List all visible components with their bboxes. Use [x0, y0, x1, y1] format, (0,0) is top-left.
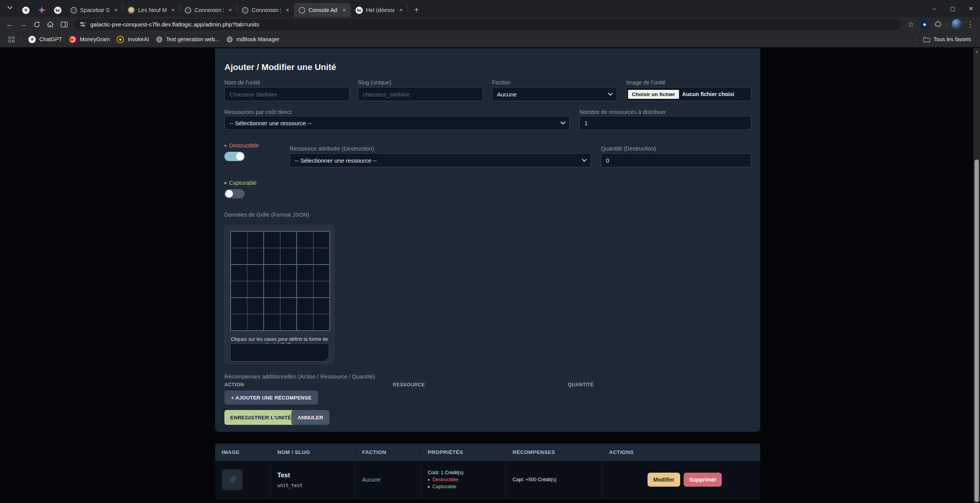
grid-cell[interactable] — [231, 232, 247, 248]
grid-cell[interactable] — [264, 298, 280, 314]
unit-name-input[interactable] — [224, 87, 350, 101]
bookmark-mdbook-manager[interactable]: mdBook Manager — [223, 36, 283, 43]
close-icon[interactable]: ✕ — [397, 7, 404, 14]
bookmark-invokeai[interactable]: InvokeAI — [113, 36, 152, 43]
reload-button[interactable] — [30, 18, 43, 30]
apps-grid-icon[interactable] — [9, 37, 14, 42]
edit-unit-button[interactable]: Modifier — [648, 473, 680, 487]
grid-cell[interactable] — [280, 265, 296, 281]
profile-button[interactable] — [950, 18, 963, 30]
url-text[interactable]: galactic-pve-conquest-c7fe.dev.flatlogic… — [90, 21, 259, 28]
choose-file-button[interactable]: Choisir un fichier — [628, 90, 679, 99]
tab-hel-wikipedia[interactable]: W Hel (déesse) — Wikipédia ✕ — [351, 3, 408, 17]
cost-resource-select[interactable]: -- Sélectionner une ressource -- — [224, 116, 570, 130]
pinned-tab-chatgpt[interactable]: ✳ — [18, 3, 34, 17]
close-icon[interactable]: ✕ — [341, 7, 348, 14]
new-tab-button[interactable]: + — [411, 4, 422, 16]
tab-title: Hel (déesse) — Wikipédia — [366, 7, 394, 13]
grid-cell[interactable] — [297, 314, 313, 330]
slug-input[interactable] — [358, 87, 483, 101]
bookmark-moneygram[interactable]: MoneyGram — [65, 36, 113, 43]
side-panel-button[interactable] — [58, 18, 70, 30]
grid-cell[interactable] — [231, 248, 247, 264]
grid-cell[interactable] — [231, 314, 247, 330]
destructible-toggle[interactable] — [224, 152, 245, 161]
scrollbar-thumb[interactable] — [975, 159, 979, 502]
tab-search-button[interactable] — [4, 2, 16, 13]
grid-cell[interactable] — [313, 298, 329, 314]
tab-spacebar-server[interactable]: Spacebar Server ✕ — [66, 3, 122, 17]
invokeai-icon — [117, 36, 124, 43]
grid-cell[interactable] — [247, 248, 263, 264]
capturable-toggle[interactable] — [224, 189, 245, 198]
resource-count-label: Nombre de ressources à distribuer — [579, 109, 666, 115]
grid-cell[interactable] — [313, 248, 329, 264]
grid-cell[interactable] — [280, 248, 296, 264]
cancel-button[interactable]: ANNULER — [291, 410, 329, 425]
grid-cell[interactable] — [297, 265, 313, 281]
destruction-qty-input[interactable] — [601, 153, 751, 167]
grid-cell[interactable] — [247, 314, 263, 330]
add-reward-button[interactable]: + AJOUTER UNE RÉCOMPENSE — [224, 391, 318, 405]
grid-cell[interactable] — [280, 298, 296, 314]
tab-connexion-corvara-1[interactable]: Connexion | Corvara ✕ — [180, 3, 237, 17]
extension-shortcut-button[interactable]: ◆ — [918, 18, 931, 30]
delete-unit-button[interactable]: Supprimer — [684, 473, 722, 487]
grid-data-label: Données de Grille (Format JSON) — [224, 212, 309, 218]
grid-json-textarea[interactable] — [230, 344, 329, 361]
destruction-resource-select[interactable]: -- Sélectionner une ressource -- — [290, 153, 591, 167]
grid-cell[interactable] — [231, 265, 247, 281]
minimize-button[interactable]: – — [925, 0, 943, 17]
maximize-button[interactable]: ▢ — [943, 0, 962, 17]
bullet-icon — [428, 486, 430, 488]
resource-count-input[interactable] — [579, 116, 751, 130]
tab-console-admin-nexus-active[interactable]: Console Admin - Nexus ✕ — [294, 3, 351, 17]
address-bar[interactable]: galactic-pve-conquest-c7fe.dev.flatlogic… — [74, 19, 901, 30]
grid-cell[interactable] — [247, 298, 263, 314]
grid-cell[interactable] — [280, 314, 296, 330]
grid-cell[interactable] — [297, 281, 313, 297]
grid-cell[interactable] — [313, 232, 329, 248]
grid-cell[interactable] — [231, 281, 247, 297]
browser-menu-button[interactable]: ⋮ — [964, 18, 977, 30]
faction-select[interactable]: Aucune — [492, 87, 617, 101]
grid-cell[interactable] — [313, 265, 329, 281]
pinned-tab-wordpress[interactable]: W — [50, 3, 66, 17]
grid-cell[interactable] — [280, 281, 296, 297]
grid-cell[interactable] — [247, 281, 263, 297]
close-icon[interactable]: ✕ — [170, 7, 177, 14]
pinned-tab-gemini[interactable] — [34, 3, 50, 17]
close-icon[interactable]: ✕ — [227, 7, 234, 14]
page-scrollbar[interactable]: ▲ ▼ — [973, 48, 980, 503]
bookmark-star-button[interactable]: ☆ — [905, 18, 917, 30]
grid-cell[interactable] — [264, 248, 280, 264]
tab-connexion-corvara-2[interactable]: Connexion | Corvara ✕ — [237, 3, 294, 17]
grid-cell[interactable] — [264, 265, 280, 281]
grid-cell[interactable] — [280, 232, 296, 248]
back-button[interactable]: ← — [3, 18, 16, 30]
grid-cell[interactable] — [264, 281, 280, 297]
grid-cell[interactable] — [247, 265, 263, 281]
bookmark-chatgpt[interactable]: ✳ ChatGPT — [25, 36, 65, 43]
grid-cell[interactable] — [264, 314, 280, 330]
grid-cell[interactable] — [264, 232, 280, 248]
grid-cell[interactable] — [297, 232, 313, 248]
grid-cell[interactable] — [313, 314, 329, 330]
grid-cell[interactable] — [231, 298, 247, 314]
bookmark-text-generation[interactable]: Text generation web... — [152, 36, 223, 43]
all-bookmarks-button[interactable]: Tous les favoris — [920, 36, 975, 42]
tab-neuf-mondes[interactable]: Les Neuf Mondes de la Mytholo ✕ — [123, 3, 180, 17]
close-icon[interactable]: ✕ — [284, 7, 291, 14]
home-button[interactable] — [44, 18, 57, 30]
extensions-button[interactable] — [932, 18, 945, 30]
scroll-up-arrow[interactable]: ▲ — [973, 48, 980, 54]
save-unit-button[interactable]: ENREGISTRER L'UNITÉ — [224, 410, 297, 425]
forward-button[interactable]: → — [17, 18, 30, 30]
grid-cell[interactable] — [297, 298, 313, 314]
grid-cell[interactable] — [247, 232, 263, 248]
unit-image-file-input[interactable]: Choisir un fichier Aucun fichier choisi — [626, 87, 751, 101]
close-window-button[interactable]: ✕ — [962, 0, 980, 17]
grid-cell[interactable] — [297, 248, 313, 264]
grid-cell[interactable] — [313, 281, 329, 297]
close-icon[interactable]: ✕ — [112, 7, 119, 14]
